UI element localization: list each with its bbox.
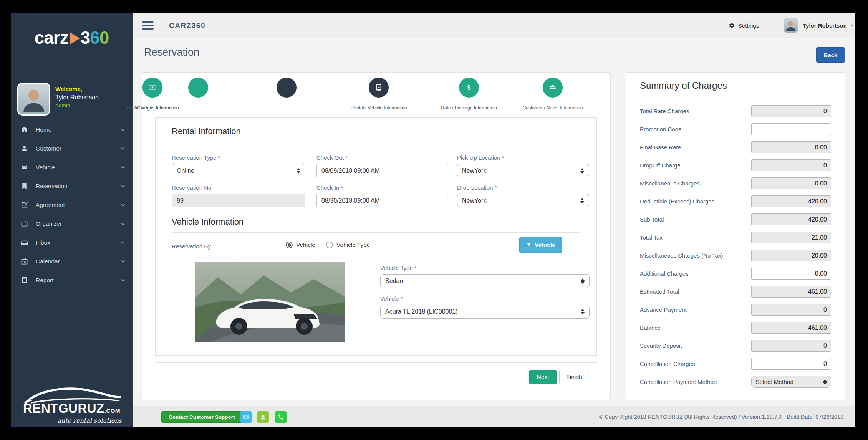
vehicle-type-label: Vehicle Type * <box>380 265 417 271</box>
reservation-by-radios: Vehicle Vehicle Type <box>286 242 370 248</box>
sidebar-item-inbox[interactable]: Inbox <box>11 233 133 252</box>
sidebar-item-icon <box>20 126 28 134</box>
check-in-input[interactable]: 08/30/2018 09:00 AM <box>316 194 448 207</box>
user-role: Admin <box>55 103 99 108</box>
chevron-down-icon <box>120 259 126 264</box>
back-button[interactable]: Back <box>816 47 845 63</box>
stepper-connector-active <box>277 78 297 98</box>
radio-vehicle-type[interactable]: Vehicle Type <box>326 242 370 248</box>
sidebar-item-reservation[interactable]: Reservation <box>11 177 133 195</box>
summary-field[interactable]: 0 <box>751 358 831 370</box>
brand-carz: carz <box>35 28 68 48</box>
summary-field: 0 <box>751 340 831 352</box>
sidebar-item-icon <box>20 238 28 246</box>
finish-button[interactable]: Finish <box>559 370 589 384</box>
rental-vehicle-form: Rental Information Reservation Type * On… <box>155 117 597 356</box>
stepper-connector <box>188 78 208 98</box>
sidebar-item-home[interactable]: Home <box>11 120 133 139</box>
vehicle-filter-button[interactable]: Vehicle <box>519 237 562 253</box>
stepper-step-tax-charges-information[interactable]: Tax / Charges Information <box>142 78 162 98</box>
pickup-location-select[interactable]: NewYork <box>457 164 589 177</box>
user-menu[interactable]: Tylor Robertson <box>803 13 855 38</box>
sidebar-item-icon <box>20 201 28 209</box>
summary-row-security-deposit: Security Deposit 0 <box>640 337 831 355</box>
wizard-stepper: Rental / Vehicle Information Rate / Pack… <box>142 73 611 122</box>
chevron-down-icon <box>120 202 126 208</box>
sidebar-item-customer[interactable]: Customer <box>11 139 133 158</box>
stepper-step-rate-package-information[interactable]: Rate / Package Information <box>459 78 479 98</box>
pickup-location-label: Pick Up Location * <box>457 154 504 161</box>
select-caret-icon <box>823 379 827 385</box>
welcome-label: Welcome, <box>55 86 99 92</box>
summary-field: 420.00 <box>751 213 831 225</box>
person-icon <box>260 414 267 420</box>
phone-icon <box>278 414 284 420</box>
check-out-label: Check Out * <box>316 154 348 161</box>
topbar-title: CARZ360 <box>169 13 205 38</box>
summary-rows: Total Rate Charges 0 Promotion Code <box>640 102 831 391</box>
summary-row-total-tax: Total Tax 21.00 <box>640 228 831 246</box>
chevron-down-icon <box>120 240 126 245</box>
summary-field: 0 <box>751 304 831 316</box>
summary-field: 461.00 <box>751 322 831 334</box>
filter-icon <box>526 242 532 248</box>
summary-row-total-rate-charges: Total Rate Charges 0 <box>640 102 831 120</box>
avatar <box>17 83 50 116</box>
reservation-wizard-card: Rental / Vehicle Information Rate / Pack… <box>142 72 611 400</box>
email-support-button[interactable] <box>240 411 252 423</box>
topbar-avatar[interactable] <box>784 18 798 33</box>
summary-field: 461.00 <box>751 286 831 298</box>
summary-row-cancellation-payment-method: Cancellation Payment Method Select Metho… <box>640 373 831 391</box>
sidebar-item-organizer[interactable]: Organizer <box>11 214 133 233</box>
summary-row-additional-charges: Additional Charges 0.00 <box>640 265 831 283</box>
next-button[interactable]: Next <box>529 370 557 384</box>
radio-dot <box>326 242 333 248</box>
contact-support-button[interactable]: Contact Customer Support <box>161 411 242 423</box>
brand-arrow-icon <box>70 32 80 45</box>
check-out-input[interactable]: 08/09/2018 09:00 AM <box>316 164 448 177</box>
step-icon <box>548 83 557 92</box>
summary-of-charges-card: Summary of Charges Total Rate Charges 0 … <box>626 72 845 400</box>
stepper-step-rental-vehicle-information[interactable]: Rental / Vehicle Information <box>369 78 389 98</box>
summary-field[interactable]: Select Method <box>751 376 831 388</box>
summary-field: 20.00 <box>751 250 831 261</box>
summary-row-sub-total: Sub Total 420.00 <box>640 210 831 228</box>
reservation-type-select[interactable]: Online <box>172 164 305 177</box>
user-welcome-block: Welcome, Tylor Robertson Admin <box>17 83 126 116</box>
vehicle-type-select[interactable]: Sedan <box>380 274 590 288</box>
select-caret-icon <box>297 168 300 174</box>
chevron-down-icon <box>850 23 855 28</box>
reservation-by-label: Reservation By <box>172 243 211 250</box>
user-name: Tylor Robertson <box>55 94 99 101</box>
phone-support-button[interactable] <box>275 411 287 423</box>
summary-row-miscellaneous-charges: Miscellaneous Charges 0.00 <box>640 174 831 192</box>
sidebar-item-icon <box>20 163 28 171</box>
sidebar-item-vehicle[interactable]: Vehicle <box>11 158 133 177</box>
stepper-step-customer-notes-information[interactable]: Customer / Notes Information <box>543 78 563 98</box>
step-icon <box>465 83 473 92</box>
rentguruz-logo: RENTGURUZ.COM auto rental solutions <box>11 384 133 424</box>
vehicle-label: Vehicle * <box>380 295 403 302</box>
radio-vehicle[interactable]: Vehicle <box>286 242 315 248</box>
summary-row-balance: Balance 461.00 <box>640 319 831 337</box>
sidebar-item-calendar[interactable]: Calendar <box>11 252 133 271</box>
hamburger-menu-icon[interactable] <box>142 21 154 31</box>
sidebar-item-icon <box>20 257 28 265</box>
drop-location-label: Drop Location * <box>457 184 497 191</box>
rentguruz-text: RENTGURUZ <box>23 401 104 415</box>
summary-row-dropoff-charge: DropOff Charge 0 <box>640 156 831 174</box>
agent-support-button[interactable] <box>257 411 269 423</box>
vehicle-select[interactable]: Acura TL 2018 (LIC00001) <box>380 305 590 319</box>
sidebar-item-agreement[interactable]: Agreement <box>11 195 133 214</box>
sidebar-item-report[interactable]: Report <box>11 271 133 289</box>
sidebar-item-icon <box>20 220 28 228</box>
summary-field[interactable]: 0.00 <box>751 268 831 280</box>
copyright-text: © Copy Right 2018 RENTGURUZ (All Rights … <box>599 406 843 427</box>
drop-location-select[interactable]: NewYork <box>457 194 589 207</box>
sidebar-item-icon <box>20 182 28 190</box>
settings-button[interactable]: Settings <box>729 13 759 38</box>
radio-dot <box>286 242 293 248</box>
summary-field[interactable] <box>751 123 831 135</box>
topbar: CARZ360 Settings Tylor Robertson <box>133 13 855 38</box>
summary-row-estimated-total: Estimated Total 461.00 <box>640 283 831 301</box>
